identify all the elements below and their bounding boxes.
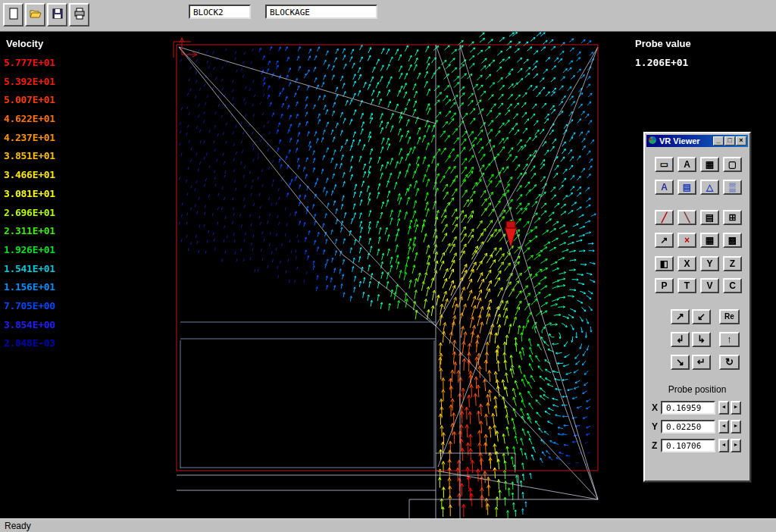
velocity-legend: Velocity 5.777E+015.392E+015.007E+014.62… bbox=[6, 38, 43, 49]
rotate-left-button[interactable]: ↲ bbox=[671, 332, 690, 347]
toolbar: BLOCK2 BLOCKAGE bbox=[0, 0, 776, 32]
axis-z-button[interactable]: Z bbox=[723, 256, 742, 271]
legend-entry: 4.622E+01 bbox=[4, 110, 87, 129]
vector-plot-button[interactable]: △ bbox=[700, 180, 719, 195]
tilt-up-button[interactable]: ↑ bbox=[719, 332, 740, 347]
palette-body: Probe position ▭A▦▢A▤△▒╱╲▤⊞↗×▦▩◧XYZPTVC↗… bbox=[645, 149, 749, 482]
legend-entry: 2.696E+01 bbox=[4, 204, 87, 223]
probe-axis-x-label: X bbox=[652, 402, 658, 413]
vr-viewer-icon bbox=[648, 134, 657, 148]
axis-x-button[interactable]: X bbox=[677, 256, 696, 271]
wireframe-toggle-button[interactable]: ▭ bbox=[655, 157, 674, 172]
legend-entry: 4.237E+01 bbox=[4, 129, 87, 148]
delete-object-button[interactable]: × bbox=[677, 233, 696, 248]
palette-window-buttons: _□× bbox=[713, 136, 746, 146]
velocity-plot-button[interactable]: V bbox=[700, 278, 719, 293]
concentration-plot-button[interactable]: C bbox=[723, 278, 742, 293]
probe-x-field[interactable]: 0.16959 bbox=[661, 401, 715, 415]
probe-axis-z-label: Z bbox=[652, 440, 657, 451]
legend-entry: 3.851E+01 bbox=[4, 147, 87, 166]
domain-outline-button[interactable]: ▢ bbox=[723, 157, 742, 172]
annotate-text-button[interactable]: A bbox=[677, 157, 696, 172]
pan-view-button[interactable]: ↘ bbox=[671, 355, 690, 370]
new-file-icon bbox=[8, 8, 20, 23]
rotate-object-button[interactable]: ⊞ bbox=[723, 210, 742, 225]
temperature-plot-button[interactable]: T bbox=[677, 278, 696, 293]
print-button[interactable] bbox=[69, 3, 89, 27]
probe-z-decrement-button[interactable]: ◄ bbox=[718, 439, 729, 452]
status-text: Ready bbox=[5, 521, 31, 531]
edit-object-button[interactable]: ╱ bbox=[655, 210, 674, 225]
maximize-button[interactable]: □ bbox=[724, 136, 735, 146]
block-selector-field[interactable]: BLOCK2 bbox=[189, 5, 251, 19]
probe-z-field[interactable]: 0.10706 bbox=[661, 439, 715, 452]
zoom-in-button[interactable]: ↗ bbox=[671, 309, 690, 324]
legend-entry: 1.926E+01 bbox=[4, 241, 87, 260]
probe-x-increment-button[interactable]: ► bbox=[731, 401, 741, 415]
zoom-out-button[interactable]: ↙ bbox=[692, 309, 711, 324]
legend-entry: 5.392E+01 bbox=[4, 73, 87, 92]
probe-axis-y-label: Y bbox=[652, 421, 658, 432]
palette-titlebar[interactable]: VR Viewer _□× bbox=[646, 135, 748, 147]
contour-plot-button[interactable]: ▤ bbox=[677, 180, 696, 195]
probe-tool-button[interactable]: ╲ bbox=[677, 210, 696, 225]
legend-entry: 2.311E+01 bbox=[4, 222, 87, 241]
particle-tracks-button[interactable]: ▒ bbox=[723, 180, 742, 195]
axis-y-button[interactable]: Y bbox=[700, 256, 719, 271]
new-file-button[interactable] bbox=[3, 3, 23, 27]
save-file-button[interactable] bbox=[47, 3, 67, 27]
return-view-button[interactable]: ↵ bbox=[692, 355, 711, 370]
vr-viewer-palette: VR Viewer _□× Probe position ▭A▦▢A▤△▒╱╲▤… bbox=[643, 132, 751, 482]
open-file-button[interactable] bbox=[25, 3, 45, 27]
status-bar: Ready bbox=[0, 518, 776, 532]
minimize-button[interactable]: _ bbox=[713, 136, 724, 146]
close-button[interactable]: × bbox=[736, 136, 746, 146]
phoenics-vr-window: BLOCK2 BLOCKAGE Velocity 5.777E+015.392E… bbox=[0, 0, 776, 532]
legend-entry: 7.705E+00 bbox=[4, 297, 87, 316]
legend-entry: 2.848E-03 bbox=[4, 334, 87, 353]
legend-entry: 1.156E+01 bbox=[4, 278, 87, 297]
rotate-right-button[interactable]: ↳ bbox=[692, 332, 711, 347]
pressure-plot-button[interactable]: P bbox=[655, 278, 674, 293]
grid-table-button[interactable]: ▤ bbox=[700, 210, 719, 225]
mirror-view-button[interactable]: ◧ bbox=[655, 256, 674, 271]
mesh-toggle-button[interactable]: ▦ bbox=[700, 157, 719, 172]
legend-entry: 3.466E+01 bbox=[4, 166, 87, 185]
object-name-field[interactable]: BLOCKAGE bbox=[265, 5, 377, 19]
coarse-mesh-button[interactable]: ▩ bbox=[723, 233, 742, 248]
reset-view-button[interactable]: Re bbox=[719, 309, 740, 324]
save-file-icon bbox=[52, 8, 64, 23]
probe-y-decrement-button[interactable]: ◄ bbox=[718, 420, 729, 433]
spin-view-button[interactable]: ↻ bbox=[719, 355, 740, 370]
probe-value-label: Probe value bbox=[635, 38, 691, 49]
print-icon bbox=[74, 8, 86, 23]
toolbar-buttons bbox=[3, 3, 89, 27]
probe-position-label: Probe position bbox=[645, 384, 749, 395]
legend-entry: 5.777E+01 bbox=[4, 54, 87, 73]
legend-entry: 3.081E+01 bbox=[4, 185, 87, 204]
probe-value: 1.206E+01 bbox=[635, 57, 691, 68]
legend-entry: 1.541E+01 bbox=[4, 260, 87, 279]
legend-title: Velocity bbox=[6, 38, 43, 49]
legend-entry: 3.854E+00 bbox=[4, 316, 87, 335]
probe-y-increment-button[interactable]: ► bbox=[731, 420, 741, 433]
text-settings-button[interactable]: A bbox=[655, 180, 674, 195]
palette-title: VR Viewer bbox=[659, 137, 711, 146]
probe-value-panel: Probe value 1.206E+01 bbox=[635, 38, 691, 68]
legend-entries: 5.777E+015.392E+015.007E+014.622E+014.23… bbox=[4, 54, 87, 353]
probe-y-field[interactable]: 0.02250 bbox=[661, 420, 715, 433]
open-file-icon bbox=[30, 8, 42, 23]
fine-mesh-button[interactable]: ▦ bbox=[700, 233, 719, 248]
probe-z-increment-button[interactable]: ► bbox=[731, 439, 741, 452]
legend-entry: 5.007E+01 bbox=[4, 91, 87, 110]
move-object-button[interactable]: ↗ bbox=[655, 233, 674, 248]
probe-x-decrement-button[interactable]: ◄ bbox=[718, 401, 729, 415]
